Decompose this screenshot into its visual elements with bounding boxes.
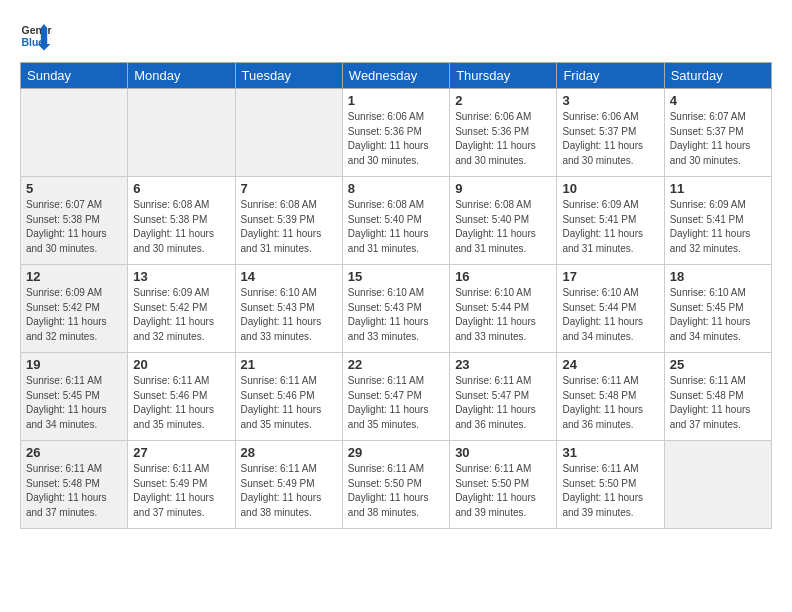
calendar-cell: 9Sunrise: 6:08 AM Sunset: 5:40 PM Daylig…: [450, 177, 557, 265]
week-row-3: 12Sunrise: 6:09 AM Sunset: 5:42 PM Dayli…: [21, 265, 772, 353]
day-info: Sunrise: 6:11 AM Sunset: 5:46 PM Dayligh…: [133, 374, 229, 432]
calendar-cell: 13Sunrise: 6:09 AM Sunset: 5:42 PM Dayli…: [128, 265, 235, 353]
calendar-cell: 2Sunrise: 6:06 AM Sunset: 5:36 PM Daylig…: [450, 89, 557, 177]
calendar-table: SundayMondayTuesdayWednesdayThursdayFrid…: [20, 62, 772, 529]
day-info: Sunrise: 6:11 AM Sunset: 5:45 PM Dayligh…: [26, 374, 122, 432]
day-number: 26: [26, 445, 122, 460]
calendar-cell: 14Sunrise: 6:10 AM Sunset: 5:43 PM Dayli…: [235, 265, 342, 353]
day-info: Sunrise: 6:10 AM Sunset: 5:45 PM Dayligh…: [670, 286, 766, 344]
calendar-cell: 30Sunrise: 6:11 AM Sunset: 5:50 PM Dayli…: [450, 441, 557, 529]
calendar-cell: 4Sunrise: 6:07 AM Sunset: 5:37 PM Daylig…: [664, 89, 771, 177]
day-number: 19: [26, 357, 122, 372]
calendar-cell: [235, 89, 342, 177]
day-number: 10: [562, 181, 658, 196]
week-row-1: 1Sunrise: 6:06 AM Sunset: 5:36 PM Daylig…: [21, 89, 772, 177]
calendar-cell: 22Sunrise: 6:11 AM Sunset: 5:47 PM Dayli…: [342, 353, 449, 441]
day-number: 31: [562, 445, 658, 460]
calendar-cell: 29Sunrise: 6:11 AM Sunset: 5:50 PM Dayli…: [342, 441, 449, 529]
day-info: Sunrise: 6:11 AM Sunset: 5:50 PM Dayligh…: [562, 462, 658, 520]
calendar-cell: 21Sunrise: 6:11 AM Sunset: 5:46 PM Dayli…: [235, 353, 342, 441]
day-info: Sunrise: 6:09 AM Sunset: 5:42 PM Dayligh…: [133, 286, 229, 344]
day-info: Sunrise: 6:11 AM Sunset: 5:47 PM Dayligh…: [348, 374, 444, 432]
day-number: 9: [455, 181, 551, 196]
day-info: Sunrise: 6:11 AM Sunset: 5:49 PM Dayligh…: [133, 462, 229, 520]
calendar-cell: 8Sunrise: 6:08 AM Sunset: 5:40 PM Daylig…: [342, 177, 449, 265]
day-info: Sunrise: 6:10 AM Sunset: 5:43 PM Dayligh…: [241, 286, 337, 344]
calendar-header-row: SundayMondayTuesdayWednesdayThursdayFrid…: [21, 63, 772, 89]
day-number: 1: [348, 93, 444, 108]
day-info: Sunrise: 6:11 AM Sunset: 5:49 PM Dayligh…: [241, 462, 337, 520]
day-number: 8: [348, 181, 444, 196]
day-info: Sunrise: 6:09 AM Sunset: 5:42 PM Dayligh…: [26, 286, 122, 344]
calendar-cell: 10Sunrise: 6:09 AM Sunset: 5:41 PM Dayli…: [557, 177, 664, 265]
header: General Blue: [20, 20, 772, 52]
header-friday: Friday: [557, 63, 664, 89]
day-info: Sunrise: 6:11 AM Sunset: 5:50 PM Dayligh…: [348, 462, 444, 520]
day-number: 29: [348, 445, 444, 460]
calendar-cell: 18Sunrise: 6:10 AM Sunset: 5:45 PM Dayli…: [664, 265, 771, 353]
calendar-cell: 1Sunrise: 6:06 AM Sunset: 5:36 PM Daylig…: [342, 89, 449, 177]
day-info: Sunrise: 6:06 AM Sunset: 5:37 PM Dayligh…: [562, 110, 658, 168]
day-number: 16: [455, 269, 551, 284]
day-info: Sunrise: 6:11 AM Sunset: 5:48 PM Dayligh…: [562, 374, 658, 432]
header-saturday: Saturday: [664, 63, 771, 89]
day-number: 6: [133, 181, 229, 196]
day-info: Sunrise: 6:11 AM Sunset: 5:46 PM Dayligh…: [241, 374, 337, 432]
header-thursday: Thursday: [450, 63, 557, 89]
calendar-cell: 16Sunrise: 6:10 AM Sunset: 5:44 PM Dayli…: [450, 265, 557, 353]
logo-icon: General Blue: [20, 20, 52, 52]
calendar-cell: [128, 89, 235, 177]
calendar-cell: 3Sunrise: 6:06 AM Sunset: 5:37 PM Daylig…: [557, 89, 664, 177]
calendar-cell: 28Sunrise: 6:11 AM Sunset: 5:49 PM Dayli…: [235, 441, 342, 529]
day-info: Sunrise: 6:06 AM Sunset: 5:36 PM Dayligh…: [455, 110, 551, 168]
day-number: 3: [562, 93, 658, 108]
day-number: 25: [670, 357, 766, 372]
week-row-2: 5Sunrise: 6:07 AM Sunset: 5:38 PM Daylig…: [21, 177, 772, 265]
header-monday: Monday: [128, 63, 235, 89]
day-number: 22: [348, 357, 444, 372]
calendar-cell: 24Sunrise: 6:11 AM Sunset: 5:48 PM Dayli…: [557, 353, 664, 441]
day-number: 12: [26, 269, 122, 284]
calendar-cell: [664, 441, 771, 529]
day-info: Sunrise: 6:11 AM Sunset: 5:48 PM Dayligh…: [26, 462, 122, 520]
header-sunday: Sunday: [21, 63, 128, 89]
day-number: 13: [133, 269, 229, 284]
day-number: 21: [241, 357, 337, 372]
day-number: 11: [670, 181, 766, 196]
header-wednesday: Wednesday: [342, 63, 449, 89]
day-info: Sunrise: 6:09 AM Sunset: 5:41 PM Dayligh…: [670, 198, 766, 256]
day-info: Sunrise: 6:08 AM Sunset: 5:40 PM Dayligh…: [348, 198, 444, 256]
day-info: Sunrise: 6:11 AM Sunset: 5:50 PM Dayligh…: [455, 462, 551, 520]
calendar-cell: 26Sunrise: 6:11 AM Sunset: 5:48 PM Dayli…: [21, 441, 128, 529]
day-number: 28: [241, 445, 337, 460]
day-info: Sunrise: 6:10 AM Sunset: 5:44 PM Dayligh…: [455, 286, 551, 344]
day-info: Sunrise: 6:08 AM Sunset: 5:40 PM Dayligh…: [455, 198, 551, 256]
day-number: 7: [241, 181, 337, 196]
week-row-4: 19Sunrise: 6:11 AM Sunset: 5:45 PM Dayli…: [21, 353, 772, 441]
day-number: 27: [133, 445, 229, 460]
calendar-cell: [21, 89, 128, 177]
calendar-cell: 25Sunrise: 6:11 AM Sunset: 5:48 PM Dayli…: [664, 353, 771, 441]
day-info: Sunrise: 6:10 AM Sunset: 5:43 PM Dayligh…: [348, 286, 444, 344]
calendar-cell: 17Sunrise: 6:10 AM Sunset: 5:44 PM Dayli…: [557, 265, 664, 353]
day-number: 17: [562, 269, 658, 284]
day-number: 15: [348, 269, 444, 284]
day-number: 5: [26, 181, 122, 196]
logo: General Blue: [20, 20, 52, 52]
calendar-cell: 15Sunrise: 6:10 AM Sunset: 5:43 PM Dayli…: [342, 265, 449, 353]
calendar-cell: 27Sunrise: 6:11 AM Sunset: 5:49 PM Dayli…: [128, 441, 235, 529]
day-info: Sunrise: 6:07 AM Sunset: 5:38 PM Dayligh…: [26, 198, 122, 256]
day-info: Sunrise: 6:06 AM Sunset: 5:36 PM Dayligh…: [348, 110, 444, 168]
calendar-cell: 11Sunrise: 6:09 AM Sunset: 5:41 PM Dayli…: [664, 177, 771, 265]
day-number: 20: [133, 357, 229, 372]
calendar-cell: 12Sunrise: 6:09 AM Sunset: 5:42 PM Dayli…: [21, 265, 128, 353]
day-info: Sunrise: 6:09 AM Sunset: 5:41 PM Dayligh…: [562, 198, 658, 256]
day-info: Sunrise: 6:08 AM Sunset: 5:39 PM Dayligh…: [241, 198, 337, 256]
header-tuesday: Tuesday: [235, 63, 342, 89]
day-number: 18: [670, 269, 766, 284]
week-row-5: 26Sunrise: 6:11 AM Sunset: 5:48 PM Dayli…: [21, 441, 772, 529]
day-number: 24: [562, 357, 658, 372]
day-number: 2: [455, 93, 551, 108]
calendar-cell: 7Sunrise: 6:08 AM Sunset: 5:39 PM Daylig…: [235, 177, 342, 265]
svg-text:General: General: [22, 25, 52, 36]
